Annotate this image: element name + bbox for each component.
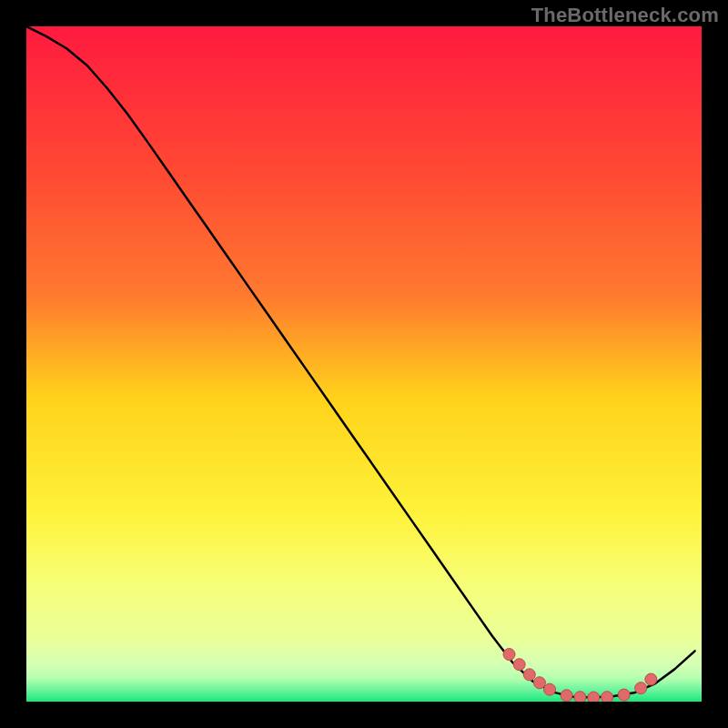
- data-marker: [533, 677, 545, 689]
- data-marker: [503, 649, 515, 661]
- data-marker: [523, 669, 535, 681]
- data-marker: [544, 683, 556, 695]
- data-marker: [635, 682, 647, 694]
- data-marker: [645, 673, 657, 685]
- chart-stage: TheBottleneck.com: [0, 0, 728, 728]
- gradient-background: [26, 26, 702, 702]
- data-marker: [602, 692, 613, 702]
- data-marker: [574, 692, 586, 702]
- data-marker: [618, 689, 630, 701]
- data-marker: [561, 690, 572, 702]
- plot-area: [26, 26, 702, 702]
- watermark-text: TheBottleneck.com: [531, 4, 719, 27]
- data-marker: [513, 659, 525, 671]
- plot-svg: [26, 26, 702, 702]
- data-marker: [588, 692, 600, 702]
